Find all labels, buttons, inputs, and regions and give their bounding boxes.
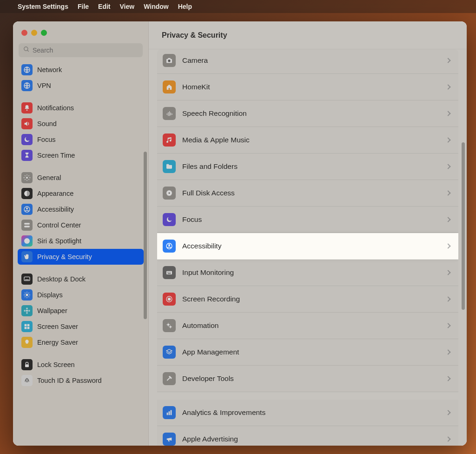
svg-rect-34: [169, 272, 169, 273]
menu-edit[interactable]: Edit: [98, 3, 110, 10]
wave-icon: [163, 107, 176, 120]
chevron-right-icon: [445, 111, 450, 116]
keyboard-icon: [163, 266, 176, 279]
svg-point-8: [26, 207, 28, 209]
row-label: Focus: [182, 215, 440, 224]
sidebar-nav[interactable]: NetworkVPNNotificationsSoundFocusScreen …: [13, 60, 148, 446]
sidebar-item-label: Appearance: [37, 190, 73, 197]
sidebar-item-label: Focus: [37, 136, 56, 143]
svg-point-11: [24, 238, 30, 244]
privacy-row-developer-tools[interactable]: Developer Tools: [157, 366, 458, 392]
chevron-right-icon: [445, 410, 450, 415]
main-scrollbar[interactable]: [462, 142, 465, 310]
globe-icon: [21, 64, 33, 75]
sidebar-item-label: Screen Time: [37, 152, 75, 159]
sidebar-item-label: Accessibility: [37, 206, 74, 213]
sidebar-item-notifications[interactable]: Notifications: [18, 100, 144, 116]
chevron-right-icon: [445, 243, 450, 248]
privacy-row-screen-recording[interactable]: Screen Recording: [157, 286, 458, 313]
folder-icon: [163, 160, 176, 173]
sidebar-item-vpn[interactable]: VPN: [18, 78, 144, 93]
sidebar-item-siri-spotlight[interactable]: Siri & Spotlight: [18, 233, 144, 249]
privacy-row-focus[interactable]: Focus: [157, 207, 458, 233]
sidebar-item-network[interactable]: Network: [18, 62, 144, 78]
privacy-row-analytics-improvements[interactable]: Analytics & Improvements: [157, 400, 458, 426]
privacy-row-accessibility[interactable]: Accessibility: [157, 233, 458, 260]
mega-icon: [163, 433, 176, 446]
privacy-row-camera[interactable]: Camera: [157, 49, 458, 74]
settings-window: NetworkVPNNotificationsSoundFocusScreen …: [13, 21, 467, 446]
row-label: Media & Apple Music: [182, 136, 440, 144]
menu-window[interactable]: Window: [144, 3, 169, 10]
svg-line-1: [27, 50, 29, 52]
svg-point-29: [169, 193, 170, 194]
svg-rect-32: [166, 271, 172, 274]
privacy-row-speech-recognition[interactable]: Speech Recognition: [157, 100, 458, 127]
sidebar-item-lock-screen[interactable]: Lock Screen: [18, 357, 144, 373]
search-icon: [23, 46, 30, 53]
privacy-row-files-and-folders[interactable]: Files and Folders: [157, 154, 458, 180]
svg-rect-41: [167, 413, 168, 415]
close-button[interactable]: [21, 30, 27, 36]
menu-help[interactable]: Help: [178, 3, 192, 10]
main-panel: Privacy & Security CameraHomeKitSpeech R…: [149, 21, 467, 446]
menu-file[interactable]: File: [78, 3, 89, 10]
minimize-button[interactable]: [31, 30, 37, 36]
sidebar-item-wallpaper[interactable]: Wallpaper: [18, 303, 144, 319]
chevron-right-icon: [445, 217, 450, 222]
svg-rect-9: [24, 223, 30, 224]
row-label: Accessibility: [182, 242, 440, 250]
sidebar-item-touch-id-password[interactable]: Touch ID & Password: [18, 373, 144, 388]
sidebar-item-focus[interactable]: Focus: [18, 132, 144, 147]
sidebar-item-general[interactable]: General: [18, 170, 144, 186]
sidebar-item-privacy-security[interactable]: Privacy & Security: [18, 249, 144, 265]
chevron-right-icon: [445, 323, 450, 328]
privacy-row-media-apple-music[interactable]: Media & Apple Music: [157, 127, 458, 154]
sidebar-item-label: Sound: [37, 120, 57, 127]
row-label: Developer Tools: [182, 374, 440, 383]
app-icon: [163, 346, 176, 359]
app-menu[interactable]: System Settings: [18, 3, 68, 10]
zoom-button[interactable]: [41, 30, 47, 36]
privacy-row-app-management[interactable]: App Management: [157, 339, 458, 366]
sidebar-item-appearance[interactable]: Appearance: [18, 186, 144, 201]
sidebar-item-displays[interactable]: Displays: [18, 287, 144, 303]
svg-rect-23: [27, 327, 30, 329]
privacy-row-full-disk-access[interactable]: Full Disk Access: [157, 180, 458, 207]
svg-point-19: [28, 310, 30, 312]
search-input[interactable]: [19, 43, 143, 57]
rec-icon: [163, 293, 176, 306]
svg-rect-10: [24, 226, 30, 227]
sidebar-item-desktop-dock[interactable]: Desktop & Dock: [18, 271, 144, 287]
sidebar-item-screen-saver[interactable]: Screen Saver: [18, 319, 144, 334]
row-label: Analytics & Improvements: [182, 408, 440, 417]
svg-rect-13: [25, 280, 29, 280]
sidebar-item-accessibility[interactable]: Accessibility: [18, 201, 144, 217]
privacy-row-homekit[interactable]: HomeKit: [157, 74, 458, 100]
chevron-right-icon: [445, 296, 450, 301]
main-body[interactable]: CameraHomeKitSpeech RecognitionMedia & A…: [149, 49, 467, 446]
sidebar-item-control-center[interactable]: Control Center: [18, 217, 144, 233]
sidebar-item-screen-time[interactable]: Screen Time: [18, 147, 144, 163]
window-controls: [13, 21, 148, 36]
menu-bar: System Settings File Edit View Window He…: [0, 0, 476, 13]
svg-rect-12: [24, 277, 30, 280]
sidebar-item-sound[interactable]: Sound: [18, 116, 144, 132]
gears-icon: [163, 319, 176, 332]
sidebar-item-energy-saver[interactable]: Energy Saver: [18, 334, 144, 350]
row-label: Input Monitoring: [182, 268, 440, 277]
privacy-row-input-monitoring[interactable]: Input Monitoring: [157, 260, 458, 286]
hand-icon: [21, 251, 33, 262]
row-label: Full Disk Access: [182, 189, 440, 197]
svg-point-40: [170, 326, 172, 328]
music-icon: [163, 134, 176, 147]
privacy-row-apple-advertising[interactable]: Apple Advertising: [157, 426, 458, 446]
disk-icon: [163, 187, 176, 200]
row-label: HomeKit: [182, 83, 440, 91]
sidebar-item-label: Siri & Spotlight: [37, 237, 81, 245]
sidebar-scrollbar[interactable]: [144, 152, 147, 319]
privacy-row-automation[interactable]: Automation: [157, 313, 458, 339]
svg-point-39: [167, 324, 170, 326]
menu-view[interactable]: View: [120, 3, 135, 10]
svg-point-5: [26, 177, 28, 179]
